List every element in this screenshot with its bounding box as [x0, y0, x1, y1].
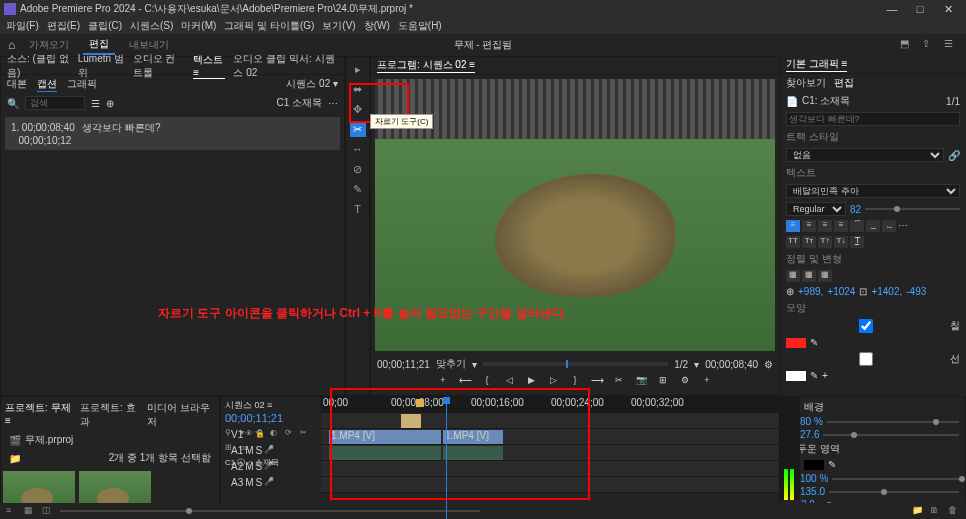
- track-a1[interactable]: A1 M S 🎤: [321, 445, 779, 461]
- proj-tab-media[interactable]: 미디어 브라우저: [147, 401, 215, 429]
- button-editor-btn[interactable]: +: [700, 375, 714, 389]
- font-size[interactable]: 82: [850, 204, 861, 215]
- dist-3[interactable]: ▦: [818, 270, 832, 282]
- timeline-tc[interactable]: 00;00;11;21: [225, 412, 317, 424]
- caption-search-input[interactable]: [25, 96, 85, 110]
- eyedropper-icon[interactable]: ✎: [810, 337, 818, 348]
- program-scrubber[interactable]: [483, 362, 668, 366]
- audio-clip-2[interactable]: [443, 446, 503, 460]
- new-bin-icon[interactable]: 📁: [912, 505, 924, 517]
- text-sub-caption[interactable]: 캡션: [37, 77, 57, 92]
- comparison-btn[interactable]: ⚙: [678, 375, 692, 389]
- play-btn[interactable]: ▶: [524, 375, 538, 389]
- add-icon[interactable]: ⊕: [106, 98, 114, 109]
- font-select[interactable]: 배달의민족 주아: [786, 184, 960, 198]
- program-tc-left[interactable]: 00;00;11;21: [377, 359, 430, 370]
- layer-name[interactable]: C1: 소재목: [802, 94, 850, 108]
- freeform-icon[interactable]: ◫: [42, 505, 54, 517]
- video-clip-1[interactable]: 1.MP4 [V]: [329, 430, 441, 444]
- video-clip-2[interactable]: 1.MP4 [V]: [443, 430, 503, 444]
- ripple-tool[interactable]: ✥: [350, 101, 366, 117]
- track-style-select[interactable]: 없음: [786, 148, 944, 162]
- shadow-color[interactable]: [804, 460, 824, 470]
- go-in-btn[interactable]: {: [480, 375, 494, 389]
- eg-title[interactable]: 기본 그래픽 ≡: [786, 57, 847, 72]
- tt2-btn[interactable]: Tт: [802, 236, 816, 248]
- align-center[interactable]: ≡: [802, 220, 816, 232]
- razor-tool[interactable]: ✂: [350, 121, 366, 137]
- opacity-slider[interactable]: [827, 421, 959, 423]
- type-tool[interactable]: T: [350, 201, 366, 217]
- menu-help[interactable]: 도움말(H): [398, 19, 442, 33]
- add-stroke-icon[interactable]: +: [822, 370, 828, 381]
- go-out-btn[interactable]: }: [568, 375, 582, 389]
- audio-meter[interactable]: [780, 396, 800, 500]
- menu-marker[interactable]: 마커(M): [181, 19, 216, 33]
- menu-edit[interactable]: 편집(E): [47, 19, 80, 33]
- extract-btn[interactable]: 📷: [634, 375, 648, 389]
- tt4-btn[interactable]: T↓: [834, 236, 848, 248]
- thumb-size-slider[interactable]: [60, 510, 480, 512]
- eyedropper-icon-2[interactable]: ✎: [810, 370, 818, 381]
- val2[interactable]: 27.6: [800, 429, 819, 440]
- sequence-dropdown[interactable]: 시퀀스 02 ▾: [286, 77, 338, 91]
- icon-view-icon[interactable]: ▦: [24, 505, 36, 517]
- eg-tab-edit[interactable]: 편집: [834, 76, 854, 90]
- eyedropper-3[interactable]: ✎: [828, 459, 836, 470]
- res-dropdown[interactable]: 1/2: [674, 359, 688, 370]
- export-frame-btn[interactable]: ⊞: [656, 375, 670, 389]
- mark-in-btn[interactable]: ⟵: [458, 375, 472, 389]
- align-left[interactable]: ≡: [786, 220, 800, 232]
- menu-graphics[interactable]: 그래픽 및 타이틀(G): [224, 19, 314, 33]
- text-sub-transcript[interactable]: 대본: [7, 77, 27, 91]
- stroke-toggle[interactable]: [786, 352, 946, 366]
- selection-tool[interactable]: ▸: [350, 61, 366, 77]
- size-slider[interactable]: [865, 208, 960, 210]
- mark-out-btn[interactable]: ⟶: [590, 375, 604, 389]
- more-text-icon[interactable]: ⋯: [898, 220, 908, 232]
- shadow-angle[interactable]: 135.0: [800, 486, 825, 497]
- quick-export-icon[interactable]: ⬒: [900, 38, 914, 52]
- maximize-button[interactable]: □: [906, 3, 934, 15]
- dist-2[interactable]: ▦: [802, 270, 816, 282]
- settings-icon[interactable]: ⚙: [764, 359, 773, 370]
- home-icon[interactable]: ⌂: [8, 38, 15, 52]
- add-marker-btn[interactable]: +: [436, 375, 450, 389]
- link-icon[interactable]: 🔗: [948, 150, 960, 161]
- track-v1[interactable]: V1 👁 🔒 1.MP4 [V] 1.MP4 [V]: [321, 429, 779, 445]
- opacity-val[interactable]: 80 %: [800, 416, 823, 427]
- filter-icon[interactable]: ☰: [91, 98, 100, 109]
- timeline-ruler[interactable]: 00;00 00;00;08;00 00;00;16;00 00;00;24;0…: [321, 397, 779, 413]
- menu-file[interactable]: 파일(F): [6, 19, 39, 33]
- step-back-btn[interactable]: ◁: [502, 375, 516, 389]
- anchor-x[interactable]: +1402,: [871, 286, 902, 297]
- dist-1[interactable]: ▦: [786, 270, 800, 282]
- align-justify[interactable]: ≡: [834, 220, 848, 232]
- slider-4[interactable]: [829, 491, 959, 493]
- slider-2[interactable]: [823, 434, 959, 436]
- program-tc-right[interactable]: 00;00;08;40: [705, 359, 758, 370]
- program-tab[interactable]: 프로그램: 시퀀스 02 ≡: [377, 58, 475, 73]
- slip-tool[interactable]: ↔: [350, 141, 366, 157]
- audio-clip-1[interactable]: [329, 446, 441, 460]
- hand-tool[interactable]: ✎: [350, 181, 366, 197]
- fit-dropdown[interactable]: 맞추기: [436, 357, 466, 371]
- timeline-tab[interactable]: 시퀀스 02 ≡: [225, 399, 317, 412]
- track-a2[interactable]: A2 M S 🎤: [321, 461, 779, 477]
- tt-btn[interactable]: TT: [786, 236, 800, 248]
- fill-toggle[interactable]: [786, 319, 946, 333]
- pen-tool[interactable]: ⊘: [350, 161, 366, 177]
- track-a3[interactable]: A3 M S 🎤: [321, 477, 779, 493]
- stroke-color-chip[interactable]: [786, 371, 806, 381]
- align-top[interactable]: ⎴: [850, 220, 864, 232]
- bin-icon[interactable]: 📁: [9, 453, 21, 464]
- workspace-menu-icon[interactable]: ☰: [944, 38, 958, 52]
- pos-y[interactable]: +1024: [827, 286, 855, 297]
- caption-track-label[interactable]: C1 소재목: [276, 96, 322, 110]
- menu-clip[interactable]: 클립(C): [88, 19, 122, 33]
- pos-x[interactable]: +989,: [798, 286, 823, 297]
- align-right[interactable]: ≡: [818, 220, 832, 232]
- caption-clip[interactable]: [401, 414, 421, 428]
- text-sub-graphic[interactable]: 그래픽: [67, 77, 97, 91]
- proj-tab[interactable]: 프로젝트: 무제 ≡: [5, 401, 74, 429]
